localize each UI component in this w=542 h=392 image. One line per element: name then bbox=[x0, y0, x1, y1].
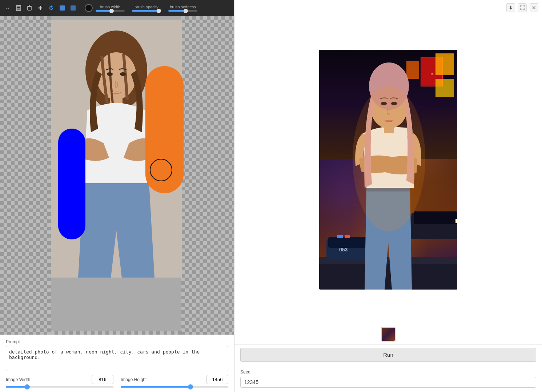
save-icon[interactable] bbox=[15, 4, 23, 12]
seed-input[interactable] bbox=[240, 377, 536, 388]
brush-opacity-group: brush opacity bbox=[132, 5, 161, 12]
image-height-label: Image Height bbox=[121, 377, 146, 382]
canvas-checkered-bottom bbox=[51, 331, 182, 335]
image-width-input[interactable] bbox=[92, 375, 113, 384]
separator bbox=[81, 4, 81, 12]
svg-rect-28 bbox=[435, 79, 454, 97]
svg-rect-6 bbox=[60, 5, 65, 11]
canvas-checkered-left bbox=[0, 16, 51, 335]
svg-rect-15 bbox=[319, 260, 457, 290]
seed-label: Seed bbox=[240, 369, 536, 375]
seed-section: Seed bbox=[234, 365, 542, 392]
brush-softness-label: brush softness bbox=[170, 5, 196, 9]
close-button[interactable]: ✕ bbox=[530, 3, 538, 12]
paint-stroke-blue bbox=[58, 129, 85, 239]
right-header: ⬇ ⛶ ✕ bbox=[234, 0, 542, 15]
add-icon[interactable]: ✚ bbox=[36, 4, 44, 12]
svg-rect-22 bbox=[414, 211, 457, 224]
svg-rect-19 bbox=[337, 235, 343, 238]
layer-icon[interactable] bbox=[58, 4, 66, 12]
left-panel: ↔ ✚ brush width bbox=[0, 0, 234, 392]
svg-rect-7 bbox=[71, 5, 76, 11]
brush-width-label: brush width bbox=[100, 5, 120, 9]
run-button[interactable]: Run bbox=[240, 348, 536, 362]
svg-rect-18 bbox=[328, 237, 368, 248]
delete-icon[interactable] bbox=[25, 4, 33, 12]
close-icon: ✕ bbox=[532, 5, 536, 11]
generated-image: ⊗ 053 bbox=[319, 50, 457, 290]
image-width-slider[interactable] bbox=[6, 386, 113, 388]
dimensions-row: Image Width Image Height bbox=[6, 375, 228, 388]
toolbar: ↔ ✚ brush width bbox=[0, 0, 234, 16]
image-width-group: Image Width bbox=[6, 375, 113, 388]
thumbnails-row bbox=[234, 324, 542, 344]
brush-width-group: brush width bbox=[96, 5, 125, 12]
image-height-slider[interactable] bbox=[121, 386, 228, 388]
prompt-section: Prompt bbox=[6, 339, 228, 371]
svg-point-37 bbox=[353, 86, 425, 231]
image-height-slider-container bbox=[121, 386, 228, 388]
run-button-row: Run bbox=[234, 344, 542, 365]
city-svg: ⊗ 053 bbox=[319, 50, 457, 290]
svg-point-12 bbox=[107, 72, 113, 76]
svg-rect-1 bbox=[17, 5, 20, 7]
svg-rect-23 bbox=[455, 219, 457, 223]
brush-color-picker[interactable] bbox=[85, 4, 93, 12]
brush-cursor bbox=[150, 159, 172, 181]
prompt-label: Prompt bbox=[6, 339, 228, 344]
download-icon: ⬇ bbox=[509, 5, 513, 11]
thumbnail-1-image bbox=[382, 328, 395, 341]
right-panel: ⬇ ⛶ ✕ bbox=[234, 0, 542, 392]
image-height-group: Image Height bbox=[121, 375, 228, 388]
canvas-area[interactable] bbox=[0, 16, 234, 335]
image-height-input[interactable] bbox=[206, 375, 228, 384]
svg-rect-20 bbox=[345, 235, 350, 238]
move-icon[interactable]: ↔ bbox=[4, 4, 12, 12]
image-width-label: Image Width bbox=[6, 377, 30, 382]
brush-width-slider[interactable] bbox=[96, 10, 125, 12]
brush-controls: brush width brush opacity brush softness bbox=[96, 5, 230, 12]
svg-rect-2 bbox=[17, 8, 20, 10]
expand-button[interactable]: ⛶ bbox=[518, 3, 527, 12]
bottom-controls: Prompt Image Width bbox=[0, 335, 234, 392]
svg-rect-3 bbox=[28, 7, 31, 10]
svg-rect-29 bbox=[406, 61, 419, 79]
brush-opacity-slider[interactable] bbox=[132, 10, 161, 12]
download-button[interactable]: ⬇ bbox=[506, 3, 515, 12]
svg-text:⊗: ⊗ bbox=[430, 72, 433, 76]
svg-text:053: 053 bbox=[339, 247, 348, 252]
generated-image-display: ⊗ 053 bbox=[234, 15, 542, 324]
thumbnail-1[interactable] bbox=[381, 327, 396, 342]
brush-opacity-label: brush opacity bbox=[135, 5, 158, 9]
svg-point-13 bbox=[120, 72, 126, 76]
svg-rect-27 bbox=[435, 53, 454, 75]
image-width-slider-container bbox=[6, 386, 113, 388]
canvas-checkered-right bbox=[181, 16, 234, 335]
refresh-icon[interactable] bbox=[47, 4, 55, 12]
expand-icon: ⛶ bbox=[520, 5, 525, 11]
brush-softness-group: brush softness bbox=[168, 5, 197, 12]
export-icon[interactable] bbox=[69, 4, 77, 12]
prompt-textarea[interactable] bbox=[6, 346, 228, 371]
brush-softness-slider[interactable] bbox=[168, 10, 197, 12]
